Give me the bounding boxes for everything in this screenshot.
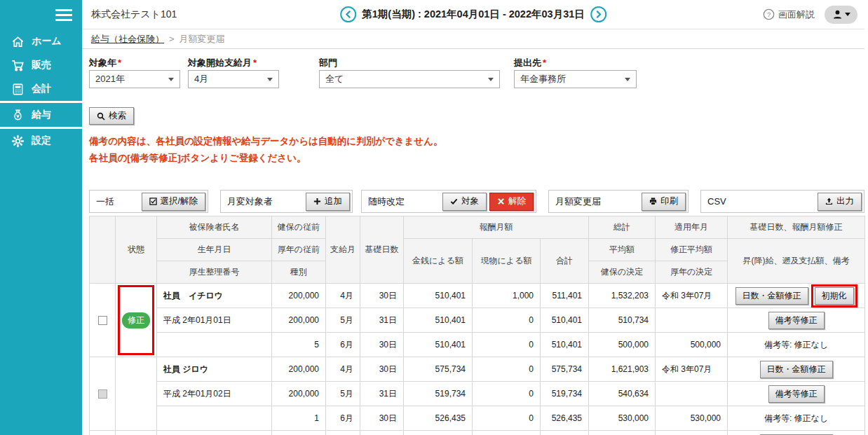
notice-line-1: 備考の内容は、各社員の設定情報や給与データからは自動的に判別ができません。 — [89, 133, 864, 150]
header-kenpo-decision: 健保の決定 — [589, 261, 656, 284]
base-days-cell: 31日 — [360, 382, 404, 406]
toolbar-group-monthly-report: 月額変更届 印刷 — [548, 190, 689, 213]
sidebar-item-accounting[interactable]: 会計 — [0, 77, 82, 101]
breadcrumb: 給与（社会保険） > 月額変更届 — [82, 29, 864, 49]
person-icon — [832, 9, 843, 20]
checkbox-icon — [149, 198, 157, 205]
select-deselect-button[interactable]: 選択/解除 — [142, 193, 205, 211]
chevron-down-icon — [845, 13, 850, 16]
x-icon — [497, 198, 505, 205]
konen-decision-cell: 500,000 — [656, 333, 728, 357]
sidebar-item-label: ホーム — [32, 35, 62, 48]
user-menu-button[interactable] — [825, 6, 857, 24]
apply-month-cell: 令和 3年07月 — [656, 357, 728, 382]
breadcrumb-parent-link[interactable]: 給与（社会保険） — [91, 33, 164, 46]
add-button[interactable]: 追加 — [306, 193, 350, 211]
bulk-label: 一括 — [96, 195, 114, 208]
sum-cell: 575,734 — [541, 357, 589, 382]
money-bag-icon — [11, 109, 25, 122]
screen-help-label: 画面解説 — [778, 8, 815, 21]
sidebar-item-settings[interactable]: 設定 — [0, 129, 82, 153]
fix-actions-cell: 備考等修正 — [728, 382, 865, 406]
target-year-select[interactable]: 2021年 — [89, 70, 180, 88]
header-type: 種別 — [272, 261, 326, 284]
employee-row: 修正社員 イチロウ200,0004月30日510,4011,000511,401… — [90, 284, 865, 308]
unmark-button[interactable]: 解除 — [489, 193, 534, 211]
start-pay-month-select[interactable]: 4月 — [188, 70, 279, 88]
sidebar-item-label: 販売 — [32, 59, 51, 71]
cash-amount-cell: 510,401 — [404, 333, 473, 357]
fix-actions-cell: 備考等修正 — [728, 308, 865, 333]
employee-row: 16月30日526,4350526,435530,000530,000備考等: … — [90, 406, 865, 431]
checkbox-cell — [90, 284, 116, 357]
fix-actions-cell: 日数・金額修正 — [728, 431, 865, 435]
row-checkbox[interactable] — [98, 316, 107, 325]
apply-month-cell: 令和 3年07月 — [656, 284, 728, 308]
sidebar-item-payroll[interactable]: 給与 — [0, 101, 82, 129]
chevron-down-icon — [168, 78, 174, 81]
svg-text:?: ? — [767, 11, 771, 18]
next-period-button[interactable] — [590, 6, 606, 22]
header-birth-date: 生年月日 — [157, 239, 272, 261]
fix-actions-cell: 日数・金額修正初期化 — [728, 284, 865, 308]
fix-note-button[interactable]: 備考等修正 — [768, 312, 825, 329]
grand-total-cell: 1,512,704 — [589, 431, 656, 435]
toolbar-group-monthly-change-target: 月変対象者 追加 — [220, 190, 353, 213]
fix-days-amount-button[interactable]: 日数・金額修正 — [735, 287, 808, 305]
sidebar-item-label: 設定 — [32, 134, 51, 147]
search-button[interactable]: 検索 — [89, 107, 134, 125]
kenpo-decision-cell: 530,000 — [589, 406, 656, 431]
sum-cell: 510,401 — [541, 308, 589, 333]
header-fix-subtitle: 昇(降)給、遡及支払額、備考 — [728, 239, 865, 284]
cash-amount-cell: 502,001 — [404, 431, 473, 435]
toolbar-group-csv: CSV 出力 — [700, 190, 864, 213]
print-button[interactable]: 印刷 — [642, 193, 686, 211]
question-circle-icon: ? — [763, 8, 775, 20]
base-days-cell: 30日 — [360, 357, 404, 382]
sidebar-item-sales[interactable]: 販売 — [0, 53, 82, 77]
base-days-cell: 30日 — [360, 406, 404, 431]
kenpo-decision-cell: 500,000 — [589, 333, 656, 357]
submit-to-select[interactable]: 年金事務所 — [514, 70, 637, 88]
period-label: 第1期(当期) : 2021年04月01日 - 2022年03月31日 — [362, 8, 585, 21]
header-apply-month: 適用年月 — [656, 216, 728, 239]
birth-date-cell: 平成 2年01月02日 — [157, 382, 272, 406]
cash-amount-cell: 526,435 — [404, 406, 473, 431]
pay-month-cell: 5月 — [326, 382, 360, 406]
base-days-cell: 30日 — [360, 284, 404, 308]
base-days-cell: 31日 — [360, 431, 404, 435]
target-year-label: 対象年* — [89, 57, 180, 70]
status-cell — [116, 431, 157, 435]
screen-help-button[interactable]: ? 画面解説 — [763, 8, 815, 21]
pay-month-cell: 4月 — [326, 431, 360, 435]
calculator-icon — [11, 83, 25, 96]
gear-icon — [11, 134, 25, 148]
fix-days-amount-button[interactable]: 日数・金額修正 — [760, 361, 833, 378]
submit-to-label: 提出先* — [514, 57, 637, 70]
inkind-amount-cell: 0 — [473, 382, 541, 406]
department-select[interactable]: 全て — [319, 70, 500, 88]
type-cell: 1 — [272, 406, 326, 431]
status-cell: 修正 — [116, 284, 157, 357]
highlight-box: 初期化 — [811, 284, 857, 308]
checkbox-cell — [90, 431, 116, 435]
initialize-button[interactable]: 初期化 — [815, 287, 854, 305]
toolbar-group-bulk: 一括 選択/解除 — [89, 190, 208, 213]
employee-row: 平成 2年01月02日200,0005月31日519,7340519,73454… — [90, 382, 865, 406]
previous-period-button[interactable] — [340, 6, 356, 22]
sidebar-item-home[interactable]: ホーム — [0, 29, 82, 53]
row-checkbox[interactable] — [98, 389, 107, 399]
cash-amount-cell: 519,734 — [404, 382, 473, 406]
topbar: 株式会社テスト101 第1期(当期) : 2021年04月01日 - 2022年… — [82, 0, 864, 29]
sum-cell: 502,001 — [541, 431, 589, 435]
mark-target-button[interactable]: 対象 — [442, 193, 487, 211]
header-pay-month: 支給月 — [326, 216, 360, 284]
employee-row: 平成 2年01月01日200,0005月31日510,4010510,40151… — [90, 308, 865, 333]
fix-actions-cell: 日数・金額修正 — [728, 357, 865, 382]
fix-note-button[interactable]: 備考等修正 — [768, 385, 825, 403]
hamburger-menu-icon[interactable] — [55, 6, 72, 24]
export-button[interactable]: 出力 — [818, 193, 862, 211]
monthly-change-target-label: 月変対象者 — [227, 195, 273, 208]
chevron-down-icon — [488, 78, 494, 81]
pay-month-cell: 6月 — [326, 333, 360, 357]
